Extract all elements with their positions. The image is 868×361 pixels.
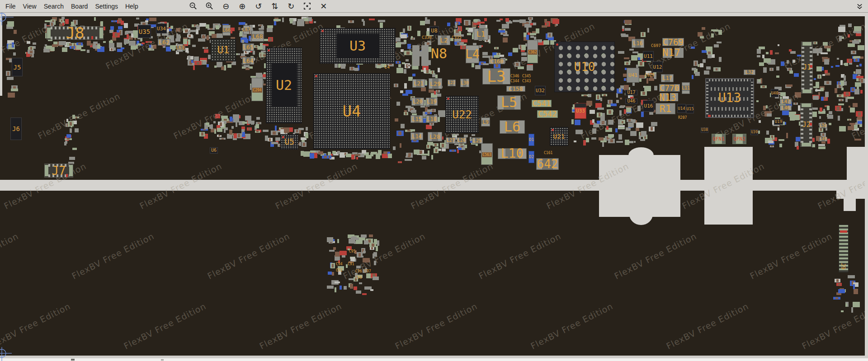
component-R1[interactable]: R1: [656, 103, 675, 114]
component-U10[interactable]: U10: [554, 42, 615, 92]
menu-item-board[interactable]: Board: [67, 1, 91, 12]
component-L50[interactable]: L50: [819, 124, 827, 128]
component-U32[interactable]: U32: [535, 86, 546, 95]
component-L18[interactable]: L18: [426, 115, 438, 123]
component-L6[interactable]: L6: [500, 120, 525, 134]
component-U40[interactable]: U40: [771, 89, 778, 97]
component-L19[interactable]: L19: [426, 98, 438, 106]
component-J1[interactable]: J1: [801, 42, 813, 94]
component-L66[interactable]: L66: [222, 25, 231, 36]
component-L17[interactable]: L17: [661, 74, 674, 82]
component-L46[interactable]: L46: [780, 105, 792, 111]
toolbar-zoom-out-icon[interactable]: [189, 1, 198, 11]
component-U11[interactable]: U11: [643, 51, 654, 61]
component-J8[interactable]: J8: [47, 26, 104, 40]
component-J6[interactable]: J6: [10, 117, 22, 140]
component-L29[interactable]: L29: [429, 78, 442, 89]
toolbar-plus-icon[interactable]: ⊕: [237, 1, 247, 11]
component-D2[interactable]: D2: [528, 151, 534, 163]
component-J5[interactable]: J5: [12, 58, 23, 76]
component-L26[interactable]: L26: [457, 137, 467, 144]
component-C160[interactable]: C160: [489, 59, 505, 64]
component-U34[interactable]: U34: [156, 23, 167, 33]
menu-item-search[interactable]: Search: [40, 1, 67, 12]
component-L22[interactable]: L22: [448, 80, 456, 86]
component-L15[interactable]: L15: [410, 115, 423, 123]
component-U46[interactable]: U46: [625, 98, 637, 104]
right-scrollbar[interactable]: [865, 12, 868, 361]
component-L1[interactable]: L1: [474, 28, 488, 40]
component-D1[interactable]: D1: [528, 134, 534, 146]
component-642[interactable]: 642: [536, 158, 559, 170]
component-L63[interactable]: L63: [177, 44, 183, 52]
component-U5[interactable]: U5: [280, 134, 298, 150]
component-L49[interactable]: L49: [819, 137, 827, 141]
component-L11[interactable]: L11: [682, 82, 690, 94]
component-QFN1[interactable]: QFN1: [712, 134, 726, 144]
component-U8[interactable]: U8: [429, 26, 439, 35]
component-L14[interactable]: L14: [410, 132, 423, 140]
component-U15[interactable]: U15: [686, 104, 694, 113]
component-L68[interactable]: L68: [251, 31, 264, 42]
component-U6[interactable]: U6: [210, 147, 218, 154]
component-C362[interactable]: C362: [527, 40, 538, 63]
component-U1[interactable]: U1: [211, 39, 236, 61]
menu-item-settings[interactable]: Settings: [91, 1, 122, 12]
component-U4[interactable]: U4: [313, 73, 390, 149]
component-L47[interactable]: L47: [780, 99, 792, 104]
component-L62[interactable]: L62: [158, 39, 170, 46]
component-U21[interactable]: U21: [550, 127, 568, 146]
component-L25[interactable]: L25: [472, 137, 483, 144]
toolbar-center-icon[interactable]: [302, 1, 312, 11]
component-L4[interactable]: L4: [466, 45, 479, 63]
component-J9[interactable]: J9: [839, 225, 849, 272]
component-C294[interactable]: C294: [251, 78, 263, 101]
component-L10[interactable]: L10: [498, 148, 527, 159]
menu-item-help[interactable]: Help: [122, 1, 142, 12]
toolbar-chevron-double-down-icon[interactable]: [854, 1, 864, 11]
component-U17[interactable]: U17: [625, 90, 637, 95]
component-L27[interactable]: L27: [446, 137, 456, 144]
toolbar-rotate-ccw-icon[interactable]: ↺: [254, 1, 264, 11]
component-U16[interactable]: U16: [643, 100, 654, 112]
component-L28[interactable]: L28: [428, 132, 442, 141]
component-U2[interactable]: U2: [266, 47, 302, 123]
component-U19[interactable]: U19: [774, 119, 783, 125]
component-C542[interactable]: C542: [537, 110, 558, 118]
component-L32[interactable]: L32: [744, 70, 755, 75]
component-L16[interactable]: L16: [632, 39, 644, 48]
menu-item-file[interactable]: File: [2, 1, 19, 12]
toolbar-rotate-cw-icon[interactable]: ↻: [286, 1, 296, 11]
component-U39[interactable]: U39: [750, 129, 758, 135]
component-J7[interactable]: J7: [44, 164, 73, 178]
component-U13[interactable]: U13: [705, 78, 754, 118]
toolbar-minus-icon[interactable]: ⊖: [221, 1, 231, 11]
component-L64[interactable]: L64: [242, 57, 254, 65]
component-U41[interactable]: U41: [627, 68, 639, 83]
component-C770[interactable]: C770: [659, 84, 680, 92]
component-C769[interactable]: C769: [662, 38, 684, 46]
component-L65[interactable]: L65: [242, 43, 254, 51]
component-U14[interactable]: U14: [677, 104, 686, 113]
component-C541[interactable]: C541: [532, 100, 552, 107]
component-L5[interactable]: L5: [497, 95, 521, 110]
toolbar-zoom-in-icon[interactable]: [205, 1, 215, 11]
component-L30[interactable]: L30: [460, 79, 469, 87]
component-L9[interactable]: L9: [481, 117, 490, 127]
board-canvas[interactable]: FlexBV Free EditionFlexBV Free EditionFl…: [0, 0, 868, 361]
component-U12[interactable]: U12: [652, 61, 663, 72]
toolbar-close-icon[interactable]: ✕: [319, 1, 329, 11]
menu-item-view[interactable]: View: [19, 1, 40, 12]
component-L21[interactable]: L21: [412, 79, 425, 88]
component-QFN2[interactable]: QFN2: [732, 134, 746, 144]
component-L67[interactable]: L67: [243, 25, 250, 34]
component-C158[interactable]: C158: [506, 86, 525, 92]
component-J2[interactable]: J2: [800, 103, 812, 147]
component-U22[interactable]: U22: [445, 96, 479, 133]
component-U33[interactable]: U33: [575, 103, 586, 119]
component-U3[interactable]: U3: [320, 28, 396, 64]
component-L20[interactable]: L20: [411, 98, 424, 106]
component-U38[interactable]: U38: [701, 127, 708, 133]
component-L3[interactable]: L3: [482, 68, 510, 84]
component-C563[interactable]: C563: [481, 143, 493, 165]
